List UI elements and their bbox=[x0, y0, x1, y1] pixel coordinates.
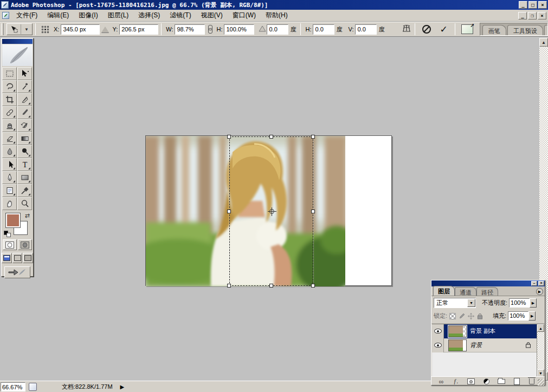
fullscreen-mode-button[interactable] bbox=[23, 253, 33, 263]
zoom-level-field[interactable]: 66.67% bbox=[1, 382, 25, 391]
status-menu-arrow-icon[interactable]: ▶ bbox=[120, 384, 125, 390]
cancel-transform-button[interactable] bbox=[422, 25, 431, 34]
crop-tool[interactable] bbox=[2, 93, 17, 106]
warp-mode-toggle[interactable] bbox=[401, 24, 412, 35]
clone-stamp-tool[interactable] bbox=[2, 119, 17, 132]
tab-tool-presets[interactable]: 工具预设 bbox=[507, 25, 543, 35]
transform-handle-middle-left[interactable] bbox=[227, 210, 231, 213]
tab-layers[interactable]: 图层 bbox=[433, 286, 455, 296]
fullscreen-menubar-mode-button[interactable] bbox=[12, 253, 23, 263]
minimize-button[interactable]: _ bbox=[519, 1, 527, 9]
doc-close-button[interactable]: × bbox=[538, 12, 546, 19]
transform-handle-top-right[interactable] bbox=[311, 135, 315, 139]
palette-resize-grip[interactable] bbox=[538, 379, 544, 386]
transform-handle-bottom-left[interactable] bbox=[227, 284, 231, 288]
tab-layer-comps[interactable]: 图层复合 bbox=[544, 25, 548, 35]
layer-thumbnail[interactable] bbox=[448, 325, 467, 337]
close-button[interactable]: × bbox=[538, 1, 547, 9]
fill-field[interactable]: 100% bbox=[508, 311, 528, 321]
move-tool[interactable] bbox=[17, 67, 32, 80]
lasso-tool[interactable] bbox=[2, 80, 17, 93]
eyedropper-tool[interactable] bbox=[17, 184, 32, 197]
photoshop-feather-logo[interactable] bbox=[2, 44, 33, 66]
zoom-tool[interactable] bbox=[17, 197, 32, 210]
adjustment-layer-icon[interactable] bbox=[481, 378, 491, 386]
lock-pixels-icon[interactable] bbox=[458, 312, 465, 319]
slice-tool[interactable] bbox=[17, 93, 32, 106]
magic-wand-tool[interactable] bbox=[17, 80, 32, 93]
eraser-tool[interactable] bbox=[2, 132, 17, 145]
edit-in-imageready-button[interactable] bbox=[4, 266, 30, 278]
transform-handle-top-left[interactable] bbox=[227, 135, 231, 139]
gradient-tool[interactable] bbox=[17, 132, 32, 145]
foreground-color-swatch[interactable] bbox=[6, 213, 20, 227]
layer-row-background[interactable]: 背景 bbox=[432, 338, 544, 352]
blur-tool[interactable] bbox=[2, 145, 17, 158]
link-layers-icon[interactable]: ∞ bbox=[436, 378, 446, 386]
height-scale-field[interactable]: 100.0% bbox=[224, 24, 254, 35]
menu-file[interactable]: 文件(F) bbox=[11, 10, 42, 21]
scroll-down-icon[interactable]: ▼ bbox=[537, 369, 544, 376]
transform-handle-bottom-center[interactable] bbox=[269, 284, 273, 288]
tab-brushes[interactable]: 画笔 bbox=[482, 25, 506, 35]
opacity-slider-icon[interactable]: ▶ bbox=[530, 298, 537, 308]
tool-preset-picker[interactable]: ▼ bbox=[7, 23, 33, 35]
menu-edit[interactable]: 编辑(E) bbox=[42, 10, 74, 21]
layer-list-scrollbar[interactable]: ▲ ▼ bbox=[537, 324, 544, 376]
default-colors-icon[interactable] bbox=[4, 231, 11, 237]
menu-layer[interactable]: 图层(L) bbox=[103, 10, 134, 21]
go-to-bridge-icon[interactable] bbox=[461, 24, 473, 34]
path-selection-tool[interactable] bbox=[2, 158, 17, 171]
brush-tool[interactable] bbox=[17, 106, 32, 119]
menu-select[interactable]: 选择(S) bbox=[133, 10, 165, 21]
add-layer-mask-icon[interactable] bbox=[466, 378, 476, 386]
layer-style-icon[interactable]: ƒ. bbox=[451, 378, 461, 386]
delete-layer-icon[interactable] bbox=[527, 378, 537, 386]
opacity-field[interactable]: 100% bbox=[509, 298, 530, 308]
maximize-button[interactable]: □ bbox=[528, 1, 537, 9]
standard-screen-mode-button[interactable] bbox=[2, 253, 12, 263]
scroll-up-icon[interactable]: ▲ bbox=[539, 38, 548, 47]
menu-filter[interactable]: 滤镜(T) bbox=[165, 10, 196, 21]
visibility-cell[interactable] bbox=[432, 338, 444, 352]
visibility-cell[interactable] bbox=[432, 324, 444, 338]
notes-tool[interactable] bbox=[2, 184, 17, 197]
new-group-icon[interactable] bbox=[497, 378, 506, 386]
scroll-up-icon[interactable]: ▲ bbox=[537, 324, 544, 332]
commit-transform-button[interactable]: ✓ bbox=[440, 24, 447, 35]
rotation-angle-field[interactable]: 0.0 bbox=[267, 24, 288, 35]
swap-colors-icon[interactable]: ⇄ bbox=[25, 212, 30, 219]
options-bar-grip[interactable] bbox=[1, 23, 4, 35]
menu-image[interactable]: 图像(I) bbox=[74, 10, 102, 21]
transform-handle-middle-right[interactable] bbox=[311, 210, 315, 213]
doc-restore-button[interactable]: ❐ bbox=[528, 12, 537, 19]
palette-minimize-button[interactable]: – bbox=[531, 281, 537, 286]
quick-mask-mode-button[interactable] bbox=[18, 239, 32, 250]
reference-point-locator[interactable] bbox=[41, 25, 50, 34]
new-layer-icon[interactable] bbox=[512, 378, 521, 386]
link-dimensions-icon[interactable] bbox=[206, 25, 214, 34]
rect-marquee-tool[interactable] bbox=[2, 67, 17, 80]
width-scale-field[interactable]: 98.7% bbox=[175, 24, 205, 35]
standard-mode-button[interactable] bbox=[3, 239, 17, 250]
title-bar[interactable]: Adobe Photoshop - [post-17675-1180416216… bbox=[0, 0, 548, 10]
toolbox-title-bar[interactable] bbox=[2, 39, 33, 44]
eye-icon[interactable] bbox=[434, 329, 442, 334]
dodge-tool[interactable] bbox=[17, 145, 32, 158]
skew-v-field[interactable]: 0.0 bbox=[355, 24, 377, 35]
x-position-field[interactable]: 345.0 px bbox=[61, 24, 100, 35]
menu-view[interactable]: 视图(V) bbox=[196, 10, 228, 21]
palette-close-button[interactable]: × bbox=[538, 281, 544, 286]
y-position-field[interactable]: 206.5 px bbox=[119, 24, 158, 35]
transform-reference-point[interactable] bbox=[269, 209, 274, 214]
fill-slider-icon[interactable]: ▶ bbox=[528, 311, 536, 321]
tab-channels[interactable]: 通道 bbox=[455, 287, 476, 296]
blend-mode-select[interactable]: 正常 ▼ bbox=[434, 298, 476, 308]
palette-menu-icon[interactable]: ▶ bbox=[536, 288, 543, 295]
layer-thumbnail[interactable] bbox=[448, 339, 467, 351]
relative-positioning-toggle[interactable] bbox=[101, 27, 109, 32]
lock-all-icon[interactable] bbox=[476, 312, 483, 319]
transform-handle-bottom-right[interactable] bbox=[311, 284, 315, 288]
blend-mode-dropdown-icon[interactable]: ▼ bbox=[467, 299, 475, 307]
menu-window[interactable]: 窗口(W) bbox=[228, 10, 261, 21]
